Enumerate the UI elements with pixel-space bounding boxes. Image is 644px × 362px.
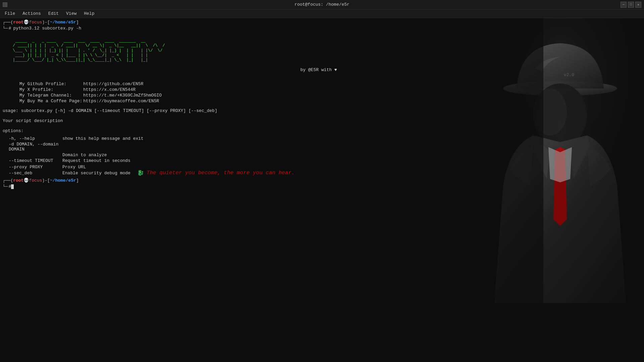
opt-flag-secdeb: --sec_deb xyxy=(9,171,62,176)
info-github-label: My Github Profile: xyxy=(19,81,83,86)
prompt-dollar-2: # xyxy=(9,184,11,190)
script-desc: Your script description xyxy=(3,118,641,123)
opt-flag-h: -h, --help xyxy=(9,136,62,141)
info-coffee: My Buy Me a Coffee Page: https://buymeac… xyxy=(3,99,641,104)
menu-actions[interactable]: Actions xyxy=(19,10,44,17)
prompt-bracket-middle: )-[ xyxy=(42,19,50,25)
options-label: options: xyxy=(3,128,641,133)
cursor xyxy=(11,184,14,189)
close-button[interactable]: ✕ xyxy=(635,2,641,8)
prompt-dollar-1: # xyxy=(9,25,11,32)
quote-line: --proxy PROXY Proxy URL xyxy=(3,165,641,170)
opt-flag-proxy: --proxy PROXY xyxy=(9,165,62,170)
menu-bar: File Actions Edit View Help xyxy=(0,9,644,18)
title-bar-left xyxy=(3,2,7,7)
opt-desc-secdeb: Enable security debug mode xyxy=(62,171,130,176)
command-text: python3.12 subcortex.py -h xyxy=(13,25,81,32)
opt-flag-d-desc xyxy=(9,153,62,158)
usage-section: usage: subcortex.py [-h] -d DOMAIN [--ti… xyxy=(3,108,641,133)
version: v2.0 xyxy=(3,72,641,77)
menu-file[interactable]: File xyxy=(1,10,18,17)
prompt-root: root xyxy=(13,19,23,25)
ascii-art: _____ _ _ ____ ____ ___ ____ ____ ______… xyxy=(13,34,641,67)
info-x: My X Profile: https://x.com/EN544R xyxy=(3,87,641,92)
minimize-button[interactable]: — xyxy=(621,2,627,8)
prompt-command-2[interactable]: └─# xyxy=(3,184,641,190)
prompt-line-1: ┌──(root💀focus)-[~/home/e5r] xyxy=(3,19,641,25)
prompt-line-2: ┌──(root💀focus)-[~/home/e5r] xyxy=(3,178,641,184)
info-telegram: My Telegram Channel: https://t.me/+K3G9C… xyxy=(3,93,641,98)
info-x-label: My X Profile: xyxy=(19,87,83,92)
kali-quote-text: The quieter you become, the more you can… xyxy=(147,170,295,176)
option-domain-desc: Domain to analyze xyxy=(3,153,641,158)
prompt-command-1: └─# python3.12 subcortex.py -h xyxy=(3,25,641,32)
option-secdeb: --sec_deb Enable security debug mode 🐉 T… xyxy=(3,170,641,176)
prompt-focus: focus xyxy=(29,19,42,25)
opt-desc-proxy: Proxy URL xyxy=(62,165,86,170)
opt-flag-timeout: --timeout TIMEOUT xyxy=(9,158,62,163)
menu-view[interactable]: View xyxy=(63,10,80,17)
menu-help[interactable]: Help xyxy=(80,10,98,17)
info-coffee-value: https://buymeacoffee.com/EN5R xyxy=(83,99,159,104)
kali-dragon-icon: 🐉 xyxy=(137,170,144,176)
info-telegram-value: https://t.me/+K3G9CJmZfShmOGIO xyxy=(83,93,162,98)
svg-rect-6 xyxy=(476,303,644,362)
info-coffee-label: My Buy Me a Coffee Page: xyxy=(19,99,83,104)
opt-flag-d: -d DOMAIN, --domain DOMAIN xyxy=(9,142,62,152)
prompt-bracket-open: ┌──( xyxy=(3,19,13,25)
opt-desc-h: show this help message and exit xyxy=(62,136,144,141)
opt-desc-timeout: Request timeout in seconds xyxy=(62,158,130,163)
title-bar-title: root@focus: /home/e5r xyxy=(294,2,350,7)
title-bar-buttons: — □ ✕ xyxy=(621,2,641,8)
info-telegram-label: My Telegram Channel: xyxy=(19,93,83,98)
tagline: by @E5R with ♥ xyxy=(0,67,641,72)
options-section: -h, --help show this help message and ex… xyxy=(3,136,641,176)
info-x-value: https://x.com/EN544R xyxy=(83,87,136,92)
prompt-skull: 💀 xyxy=(23,19,29,25)
maximize-button[interactable]: □ xyxy=(628,2,634,8)
option-help: -h, --help show this help message and ex… xyxy=(3,136,641,141)
option-timeout: --timeout TIMEOUT Request timeout in sec… xyxy=(3,158,641,163)
info-github: My Github Profile: https://github.com/EN… xyxy=(3,81,641,86)
info-section: My Github Profile: https://github.com/EN… xyxy=(3,81,641,104)
terminal-body[interactable]: ┌──(root💀focus)-[~/home/e5r] └─# python3… xyxy=(0,18,644,362)
prompt-bracket-close: ] xyxy=(76,19,79,25)
menu-edit[interactable]: Edit xyxy=(45,10,62,17)
window-icon xyxy=(3,2,7,7)
opt-desc-d: Domain to analyze xyxy=(62,153,107,158)
option-domain: -d DOMAIN, --domain DOMAIN xyxy=(3,142,641,152)
usage-line: usage: subcortex.py [-h] -d DOMAIN [--ti… xyxy=(3,108,641,113)
title-bar: root@focus: /home/e5r — □ ✕ xyxy=(0,0,644,9)
prompt-dir-1: ~/home/e5r xyxy=(50,19,76,25)
info-github-value: https://github.com/EN5R xyxy=(83,81,143,86)
